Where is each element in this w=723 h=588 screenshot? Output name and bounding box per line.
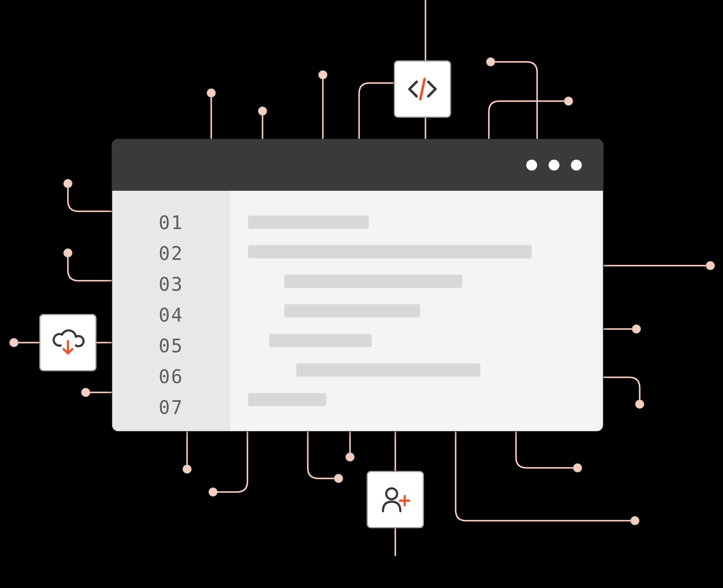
line-number: 05 (159, 331, 184, 361)
line-number: 03 (159, 269, 184, 300)
svg-point-8 (10, 338, 18, 347)
svg-point-12 (636, 400, 644, 408)
svg-point-19 (386, 488, 397, 499)
code-bar (296, 363, 481, 377)
code-bar (284, 304, 420, 318)
svg-point-13 (183, 465, 191, 473)
svg-point-11 (632, 325, 641, 333)
svg-point-0 (258, 107, 267, 115)
cloud-download-tile (39, 314, 97, 371)
svg-point-14 (209, 488, 217, 496)
svg-point-9 (82, 388, 90, 397)
code-bar (248, 393, 326, 406)
code-bar (284, 275, 462, 288)
svg-point-18 (573, 464, 582, 472)
window-titlebar (112, 140, 603, 191)
code-bar (269, 334, 372, 347)
window-control-dot[interactable] (571, 160, 582, 171)
window-control-dot[interactable] (549, 160, 559, 171)
line-number: 07 (159, 392, 184, 423)
line-number: 04 (159, 300, 184, 331)
line-number: 01 (159, 207, 184, 238)
svg-point-2 (319, 71, 327, 79)
line-number-gutter: 01 02 03 04 05 06 07 (112, 191, 230, 431)
svg-point-7 (64, 249, 72, 257)
svg-point-17 (631, 517, 639, 525)
svg-point-10 (706, 261, 715, 270)
svg-point-16 (346, 453, 354, 461)
add-user-icon (377, 481, 413, 518)
line-number: 06 (159, 361, 184, 392)
cloud-download-icon (50, 324, 86, 361)
code-bar (248, 245, 532, 258)
svg-point-5 (486, 58, 495, 66)
add-user-tile (367, 471, 424, 528)
code-area (230, 191, 603, 431)
svg-point-15 (334, 474, 343, 483)
svg-point-6 (64, 179, 72, 188)
svg-point-1 (207, 89, 215, 97)
code-tag-tile (394, 60, 451, 118)
window-control-dot[interactable] (526, 160, 537, 171)
editor-window: 01 02 03 04 05 06 07 (112, 139, 603, 432)
code-bar (248, 215, 369, 229)
code-tag-icon (404, 71, 441, 107)
svg-point-4 (564, 97, 573, 105)
line-number: 02 (159, 238, 184, 269)
